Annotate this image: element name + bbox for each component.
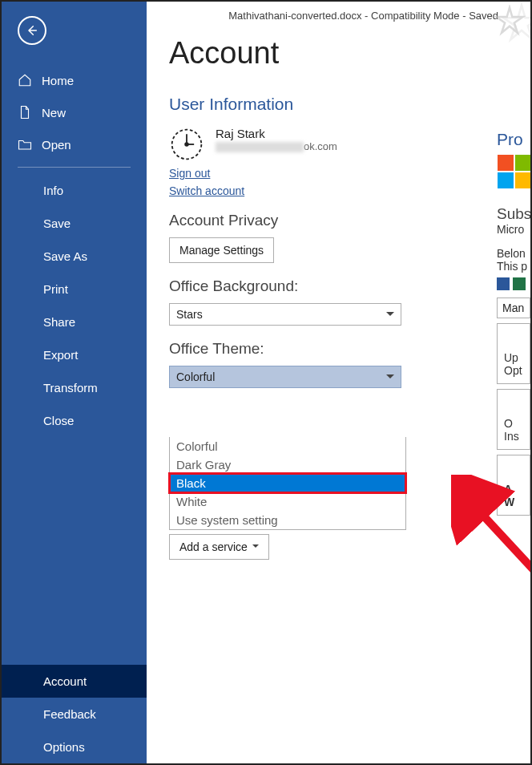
- right-column-partial: Pro Subs Micro Belon This p Man Up Opt O: [497, 130, 530, 520]
- subscription-heading-partial: Subs: [497, 205, 530, 223]
- office-insider-box-partial[interactable]: O Ins: [497, 389, 530, 450]
- theme-option-black[interactable]: Black: [170, 474, 405, 492]
- add-a-service-button[interactable]: Add a service: [169, 534, 269, 560]
- word-icon: [497, 277, 510, 290]
- sidebar-item-transform[interactable]: Transform: [2, 371, 147, 404]
- theme-option-colorful[interactable]: Colorful: [170, 437, 405, 455]
- folder-open-icon: [18, 137, 32, 152]
- chevron-down-icon: [386, 374, 394, 382]
- sidebar-separator: [18, 167, 131, 168]
- sidebar-label-home: Home: [42, 74, 74, 87]
- manage-settings-button[interactable]: Manage Settings: [169, 237, 274, 263]
- product-text-partial: This p: [497, 260, 530, 273]
- office-logo-tiles: [497, 154, 530, 189]
- theme-option-white[interactable]: White: [170, 492, 405, 511]
- email-redacted: [216, 142, 304, 152]
- sidebar-item-home[interactable]: Home: [2, 64, 147, 96]
- theme-option-dark-gray[interactable]: Dark Gray: [170, 455, 405, 474]
- about-word-box-partial[interactable]: A W: [497, 455, 530, 516]
- subscription-text-partial: Micro: [497, 223, 530, 236]
- sidebar-item-feedback[interactable]: Feedback: [2, 698, 147, 731]
- back-button[interactable]: [18, 16, 46, 45]
- update-options-box-partial[interactable]: Up Opt: [497, 323, 530, 384]
- chevron-down-icon: [386, 312, 394, 320]
- office-background-value: Stars: [176, 308, 203, 321]
- arrow-left-icon: [26, 24, 38, 37]
- sidebar-item-open[interactable]: Open: [2, 128, 147, 160]
- belongs-text-partial: Belon: [497, 247, 530, 260]
- user-email: ok.com: [216, 140, 337, 152]
- sidebar-item-save-as[interactable]: Save As: [2, 240, 147, 273]
- page-title: Account: [169, 36, 530, 71]
- sidebar-label-open: Open: [42, 138, 71, 152]
- excel-icon: [513, 277, 526, 290]
- sidebar-item-info[interactable]: Info: [2, 174, 147, 207]
- sidebar-item-print[interactable]: Print: [2, 273, 147, 306]
- sidebar-item-account[interactable]: Account: [2, 665, 147, 698]
- account-privacy-heading: Account Privacy: [169, 212, 530, 229]
- sidebar-item-options[interactable]: Options: [2, 731, 147, 763]
- office-theme-select[interactable]: Colorful: [169, 366, 401, 388]
- sidebar-item-export[interactable]: Export: [2, 338, 147, 371]
- office-theme-dropdown: Colorful Dark Gray Black White Use syste…: [169, 437, 406, 530]
- product-heading-partial: Pro: [497, 130, 530, 149]
- user-information-heading: User Information: [169, 95, 530, 114]
- svg-line-4: [475, 507, 530, 619]
- sidebar-label-new: New: [42, 106, 66, 119]
- office-background-select[interactable]: Stars: [169, 303, 401, 326]
- office-theme-value: Colorful: [176, 370, 215, 383]
- titlebar: Mathivathani-converted.docx - Compatibil…: [147, 2, 530, 22]
- home-icon: [18, 73, 32, 87]
- office-background-heading: Office Background:: [169, 277, 530, 295]
- user-name: Raj Stark: [216, 127, 337, 140]
- manage-account-button-partial[interactable]: Man: [497, 298, 530, 318]
- switch-account-link[interactable]: Switch account: [169, 184, 244, 197]
- sidebar-item-close[interactable]: Close: [2, 404, 147, 437]
- theme-option-system[interactable]: Use system setting: [170, 511, 405, 529]
- sidebar-item-share[interactable]: Share: [2, 306, 147, 338]
- sidebar-item-save[interactable]: Save: [2, 207, 147, 240]
- sidebar-item-new[interactable]: New: [2, 96, 147, 128]
- star-icon: [500, 2, 530, 45]
- avatar: [169, 127, 204, 162]
- sign-out-link[interactable]: Sign out: [169, 167, 210, 180]
- office-theme-heading: Office Theme:: [169, 340, 530, 358]
- document-icon: [18, 105, 32, 119]
